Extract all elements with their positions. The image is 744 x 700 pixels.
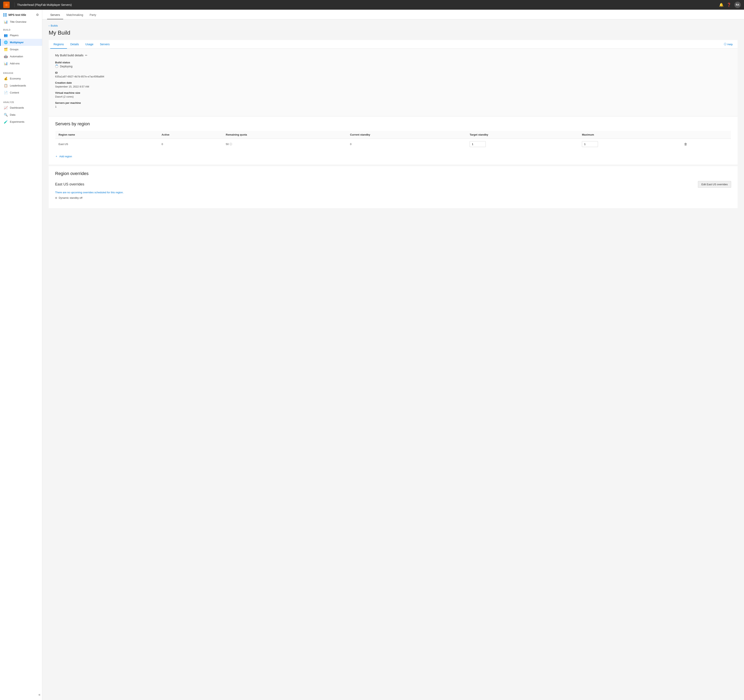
data-icon: 🔍 xyxy=(4,113,8,117)
creation-date-row: Creation date September 15, 2022 8:57 AM xyxy=(55,81,731,88)
sidebar-item-content[interactable]: 📄 Content xyxy=(0,89,42,96)
col-header-actions xyxy=(680,131,731,139)
delete-cell: 🗑 xyxy=(680,139,731,150)
sidebar-item-experiments-label: Experiments xyxy=(10,120,24,123)
override-region-title: East US overrides xyxy=(55,182,84,186)
engage-section-label: ENGAGE xyxy=(0,70,42,75)
sidebar-item-addons-label: Add-ons xyxy=(10,62,19,65)
tab-party[interactable]: Party xyxy=(86,13,100,19)
sidebar-item-dashboards[interactable]: 📈 Dashboards xyxy=(0,104,42,111)
deploy-spinner-icon xyxy=(55,65,58,68)
build-details-section: My Build build details ✏ Build status De… xyxy=(49,49,738,116)
collapse-sidebar-button[interactable]: « xyxy=(39,693,40,697)
sidebar-section-analyze: ANALYZE 📈 Dashboards 🔍 Data 🧪 Experiment… xyxy=(0,98,42,127)
sidebar-item-automation[interactable]: 🤖 Automation xyxy=(0,53,42,60)
help-circle-icon: ⓘ xyxy=(724,42,726,46)
build-details-title-text: My Build build details xyxy=(55,54,83,57)
sidebar-item-leaderboards[interactable]: 📋 Leaderboards xyxy=(0,82,42,89)
sub-tabs: Regions Details Usage Servers ⓘ Help xyxy=(49,40,738,49)
breadcrumb[interactable]: ‹ Builds xyxy=(49,24,738,27)
sidebar-item-multiplayer[interactable]: 🌐 Multiplayer xyxy=(0,39,42,46)
override-status: Dynamic standby off xyxy=(55,196,731,200)
help-icon[interactable]: ❓ xyxy=(727,3,731,7)
players-icon: 👥 xyxy=(4,33,8,37)
sidebar-item-data[interactable]: 🔍 Data xyxy=(0,111,42,118)
build-id-value: 635a1a97-6927-4b7d-857e-e7ac45f8a894 xyxy=(55,75,731,78)
servers-by-region-title: Servers by region xyxy=(55,121,731,127)
sidebar-section-build: BUILD 👥 Players 🌐 Multiplayer 🗂️ Groups … xyxy=(0,25,42,69)
servers-per-machine-row: Servers per machine 1 xyxy=(55,101,731,108)
notification-icon[interactable]: 🔔 xyxy=(719,3,723,7)
page: ‹ Builds My Build Regions Details Usage … xyxy=(42,19,744,700)
build-id-label: ID xyxy=(55,71,731,74)
help-button[interactable]: ⓘ Help xyxy=(721,40,736,49)
servers-per-machine-label: Servers per machine xyxy=(55,101,731,104)
build-status-text: Deploying xyxy=(60,65,72,68)
col-header-maximum: Maximum xyxy=(579,131,680,139)
breadcrumb-text[interactable]: Builds xyxy=(51,24,58,27)
maximum-input[interactable] xyxy=(582,141,598,147)
main-content: Servers Matchmaking Party ‹ Builds My Bu… xyxy=(42,10,744,700)
override-status-label: Dynamic standby off xyxy=(59,196,82,200)
sidebar-item-players-label: Players xyxy=(10,34,18,37)
target-standby-input[interactable] xyxy=(470,141,486,147)
addons-icon: 📊 xyxy=(4,61,8,66)
sidebar-item-title-overview[interactable]: 📊 Title Overview xyxy=(0,18,42,25)
add-region-button[interactable]: ＋ Add region xyxy=(55,153,731,160)
sidebar: MPS test title ⚙ 📊 Title Overview BUILD … xyxy=(0,10,42,700)
build-status-value: Deploying xyxy=(55,65,731,68)
sub-tab-servers[interactable]: Servers xyxy=(97,40,113,49)
region-overrides-title: Region overrides xyxy=(55,171,731,176)
page-title: My Build xyxy=(49,30,738,36)
region-table: Region name Active Remaining quota Curre… xyxy=(55,131,731,150)
vm-size-label: Virtual machine size xyxy=(55,91,731,94)
sidebar-item-leaderboards-label: Leaderboards xyxy=(10,84,26,87)
creation-date-value: September 15, 2022 8:57 AM xyxy=(55,85,731,88)
col-header-active: Active xyxy=(158,131,222,139)
remaining-quota-info-icon[interactable]: ⓘ xyxy=(229,143,232,146)
build-status-label: Build status xyxy=(55,61,731,64)
settings-icon[interactable]: ⚙ xyxy=(36,13,39,17)
sidebar-item-players[interactable]: 👥 Players xyxy=(0,32,42,39)
edit-build-details-icon[interactable]: ✏ xyxy=(85,54,88,57)
content-icon: 📄 xyxy=(4,91,8,95)
col-header-region-name: Region name xyxy=(55,131,159,139)
sidebar-item-economy[interactable]: 💰 Economy xyxy=(0,75,42,82)
sidebar-item-groups[interactable]: 🗂️ Groups xyxy=(0,46,42,53)
economy-icon: 💰 xyxy=(4,77,8,80)
tab-matchmaking[interactable]: Matchmaking xyxy=(63,13,86,19)
user-avatar[interactable]: RA xyxy=(734,1,741,8)
sidebar-section-engage: ENGAGE 💰 Economy 📋 Leaderboards 📄 Conten… xyxy=(0,69,42,98)
topbar: Thunderhead (PlayFab Multiplayer Servers… xyxy=(0,0,744,10)
analyze-section-label: ANALYZE xyxy=(0,99,42,104)
leaderboards-icon: 📋 xyxy=(4,84,8,88)
tab-servers[interactable]: Servers xyxy=(47,13,63,19)
automation-icon: 🤖 xyxy=(4,55,8,58)
experiments-icon: 🧪 xyxy=(4,120,8,124)
vm-size-value: Dasv4 (2 cores) xyxy=(55,95,731,98)
sub-tab-usage[interactable]: Usage xyxy=(82,40,97,49)
col-header-current-standby: Current standby xyxy=(347,131,466,139)
build-status-row: Build status Deploying xyxy=(55,61,731,68)
vm-size-row: Virtual machine size Dasv4 (2 cores) xyxy=(55,91,731,98)
sidebar-item-addons[interactable]: 📊 Add-ons xyxy=(0,60,42,67)
active-cell: 0 xyxy=(158,139,222,150)
delete-region-button[interactable]: 🗑 xyxy=(683,141,688,147)
servers-by-region-section: Servers by region Region name Active Rem… xyxy=(49,116,738,165)
sidebar-item-experiments[interactable]: 🧪 Experiments xyxy=(0,118,42,125)
topbar-icons: 🔔 ❓ RA xyxy=(719,1,741,8)
add-icon: ＋ xyxy=(55,155,58,158)
multiplayer-icon: 🌐 xyxy=(4,40,8,44)
region-overrides-section: Region overrides East US overrides Edit … xyxy=(49,165,738,208)
current-standby-cell: 0 xyxy=(347,139,466,150)
sidebar-item-groups-label: Groups xyxy=(10,48,18,51)
sub-tab-regions[interactable]: Regions xyxy=(50,40,67,49)
topbar-app-name: Thunderhead (PlayFab Multiplayer Servers… xyxy=(17,3,72,6)
col-header-remaining-quota: Remaining quota xyxy=(223,131,347,139)
app-logo xyxy=(3,1,10,8)
edit-east-us-overrides-button[interactable]: Edit East US overrides xyxy=(698,181,731,188)
remaining-quota-cell: 50 ⓘ xyxy=(223,139,347,150)
build-id-row: ID 635a1a97-6927-4b7d-857e-e7ac45f8a894 xyxy=(55,71,731,78)
build-section-label: BUILD xyxy=(0,27,42,32)
sub-tab-details[interactable]: Details xyxy=(67,40,82,49)
